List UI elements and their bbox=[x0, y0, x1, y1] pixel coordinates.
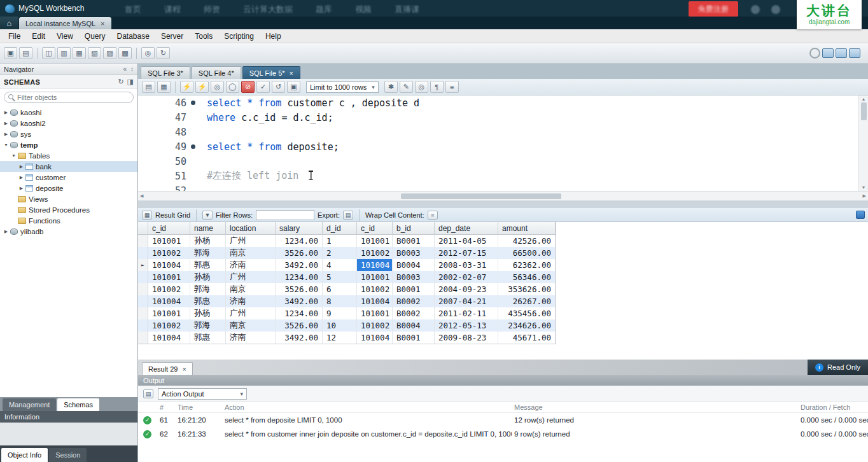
tree-item-sys[interactable]: ▶sys bbox=[0, 129, 137, 139]
tree-item-bank[interactable]: ▶bank bbox=[0, 161, 137, 172]
current-row-marker-icon[interactable]: ► bbox=[138, 259, 148, 271]
tree-item-temp[interactable]: ▼temp bbox=[0, 139, 137, 150]
column-header-c-id-1[interactable]: c_id bbox=[148, 222, 190, 235]
code-line[interactable]: 49select * from deposite; bbox=[138, 139, 858, 154]
grid-cell[interactable]: 2 bbox=[323, 247, 357, 259]
grid-cell[interactable]: 郭海 bbox=[190, 283, 226, 295]
code-line[interactable]: 51#左连接 left join bbox=[138, 169, 858, 183]
grid-cell[interactable]: 广州 bbox=[226, 307, 276, 319]
grid-cell[interactable]: 3492.00 bbox=[276, 332, 323, 344]
grid-cell[interactable]: 234626.00 bbox=[498, 319, 556, 332]
scroll-up-icon[interactable]: ▲ bbox=[862, 97, 866, 101]
stop-execution-icon[interactable]: ◯ bbox=[226, 81, 239, 93]
footer-tab-session[interactable]: Session bbox=[49, 448, 87, 462]
grid-cell[interactable]: 1 bbox=[323, 235, 357, 247]
tree-item-customer[interactable]: ▶customer bbox=[0, 172, 137, 183]
grid-cell[interactable]: 101002 bbox=[357, 283, 393, 295]
grid-cell[interactable]: 101001 bbox=[357, 235, 393, 247]
row-selector[interactable] bbox=[138, 319, 148, 332]
grid-cell[interactable]: 2011-04-05 bbox=[435, 235, 498, 247]
grid-cell[interactable]: 101004 bbox=[357, 295, 393, 307]
grid-cell[interactable]: 济南 bbox=[226, 259, 276, 271]
grid-cell[interactable]: 2007-04-21 bbox=[435, 295, 498, 307]
grid-cell[interactable]: 42526.00 bbox=[498, 235, 556, 247]
code-line[interactable]: 50 bbox=[138, 154, 858, 169]
code-area[interactable]: 46select * from customer c , deposite d4… bbox=[138, 95, 858, 191]
menu-tools[interactable]: Tools bbox=[189, 29, 218, 43]
tree-item-tables[interactable]: ▼Tables bbox=[0, 150, 137, 161]
commit-icon[interactable]: ✓ bbox=[256, 81, 270, 93]
grid-cell[interactable]: 济南 bbox=[226, 332, 276, 344]
tree-collapsed-arrow-icon[interactable]: ▶ bbox=[18, 175, 25, 180]
filter-funnel-icon[interactable]: ▼ bbox=[202, 211, 213, 220]
grid-cell[interactable]: 1234.00 bbox=[276, 271, 323, 283]
sql-tab-sql-file-4-[interactable]: SQL File 4* bbox=[192, 66, 241, 79]
grid-cell[interactable]: 6 bbox=[323, 283, 357, 295]
grid-cell[interactable]: B0003 bbox=[393, 271, 435, 283]
table-row[interactable]: 101001孙杨广州1234.009101001B00022011-02-114… bbox=[138, 307, 556, 319]
tree-item-yiibadb[interactable]: ▶yiibadb bbox=[0, 226, 137, 237]
grid-cell[interactable]: 101004 bbox=[357, 332, 393, 344]
grid-cell[interactable]: 12 bbox=[323, 332, 357, 344]
grid-cell[interactable]: 3492.00 bbox=[276, 295, 323, 307]
toggle-word-wrap-icon[interactable]: ≡ bbox=[445, 81, 459, 93]
tree-collapsed-arrow-icon[interactable]: ▶ bbox=[3, 132, 10, 137]
create-function-icon[interactable]: ▩ bbox=[118, 47, 132, 59]
grid-cell[interactable]: 广州 bbox=[226, 271, 276, 283]
grid-cell[interactable]: 10 bbox=[323, 319, 357, 332]
sidebar-tab-management[interactable]: Management bbox=[3, 398, 56, 411]
grid-cell[interactable]: 5 bbox=[323, 271, 357, 283]
grid-cell[interactable]: 孙杨 bbox=[190, 271, 226, 283]
footer-tab-object-info[interactable]: Object Info bbox=[1, 448, 48, 462]
create-schema-icon[interactable]: ▥ bbox=[57, 47, 71, 59]
grid-cell[interactable]: B0002 bbox=[393, 307, 435, 319]
tree-item-kaoshi[interactable]: ▶kaoshi bbox=[0, 107, 137, 118]
grid-cell[interactable]: 435456.00 bbox=[498, 307, 556, 319]
grid-cell[interactable]: 南京 bbox=[226, 319, 276, 332]
export-icon[interactable]: ▤ bbox=[343, 211, 353, 220]
open-script-icon[interactable]: ▤ bbox=[142, 81, 155, 93]
row-selector[interactable] bbox=[138, 271, 148, 283]
grid-cell[interactable]: 101002 bbox=[148, 319, 190, 332]
grid-cell[interactable]: 2009-08-23 bbox=[435, 332, 498, 344]
grid-cell[interactable]: 2002-02-07 bbox=[435, 271, 498, 283]
output-row[interactable]: ✓6216:21:33select * from customer inner … bbox=[138, 427, 868, 441]
panel-splitter[interactable] bbox=[138, 200, 868, 208]
row-selector[interactable] bbox=[138, 307, 148, 319]
output-type-select[interactable]: Action Output ▾ bbox=[158, 388, 247, 400]
row-selector[interactable] bbox=[138, 235, 148, 247]
grid-cell[interactable]: 101004 bbox=[148, 295, 190, 307]
filter-rows-input[interactable] bbox=[256, 210, 314, 220]
search-data-icon[interactable]: ◎ bbox=[141, 47, 155, 59]
grid-cell[interactable]: 郭海 bbox=[190, 319, 226, 332]
table-row[interactable]: 101004郭惠济南3492.0012101004B00012009-08-23… bbox=[138, 332, 556, 344]
tree-collapsed-arrow-icon[interactable]: ▶ bbox=[18, 186, 25, 191]
grid-cell[interactable]: 济南 bbox=[226, 295, 276, 307]
menu-view[interactable]: View bbox=[51, 29, 79, 43]
column-header-c-id-6[interactable]: c_id bbox=[357, 222, 393, 235]
tree-collapsed-arrow-icon[interactable]: ▶ bbox=[3, 229, 10, 234]
grid-cell[interactable]: 101004 bbox=[148, 259, 190, 271]
grid-view-icon[interactable]: ▦ bbox=[142, 211, 152, 220]
save-script-icon[interactable]: ▦ bbox=[157, 81, 171, 93]
code-line[interactable]: 48 bbox=[138, 125, 858, 139]
home-tab[interactable]: ⌂ bbox=[0, 17, 19, 29]
code-line[interactable]: 52 bbox=[138, 183, 858, 191]
code-line[interactable]: 46select * from customer c , deposite d bbox=[138, 95, 858, 110]
close-icon[interactable]: × bbox=[101, 20, 104, 27]
rollback-icon[interactable]: ↺ bbox=[272, 81, 285, 93]
row-selector[interactable] bbox=[138, 332, 148, 344]
grid-cell[interactable]: 101001 bbox=[148, 271, 190, 283]
editor-vertical-scrollbar[interactable]: ▲ ▼ bbox=[858, 95, 868, 191]
grid-cell[interactable]: 广州 bbox=[226, 235, 276, 247]
menu-query[interactable]: Query bbox=[79, 29, 111, 43]
toggle-stop-on-error-icon[interactable]: ⊘ bbox=[241, 81, 255, 93]
create-procedure-icon[interactable]: ▨ bbox=[103, 47, 116, 59]
menu-file[interactable]: File bbox=[3, 29, 26, 43]
grid-cell[interactable]: 郭惠 bbox=[190, 295, 226, 307]
column-header-dep-date-8[interactable]: dep_date bbox=[435, 222, 498, 235]
scrollbar-thumb[interactable] bbox=[401, 193, 561, 199]
secondary-sidebar-toggle-icon[interactable] bbox=[849, 48, 860, 58]
output-row[interactable]: ✓6116:21:20select * from deposite LIMIT … bbox=[138, 413, 868, 427]
resize-panel-icon[interactable]: ↕ bbox=[130, 66, 134, 73]
